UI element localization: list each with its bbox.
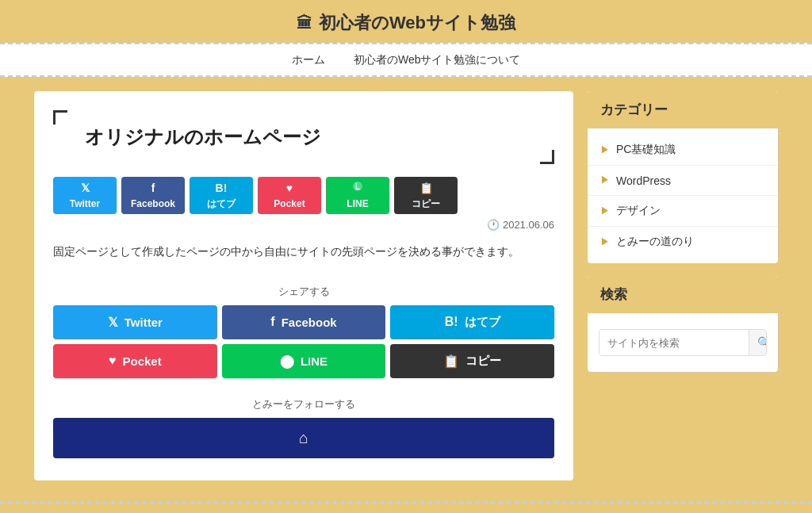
- clock-icon: 🕐: [487, 219, 500, 231]
- hateb-icon: B!: [216, 181, 228, 197]
- search-widget-body: 🔍: [588, 313, 778, 372]
- facebook-icon: f: [151, 181, 155, 197]
- category-widget: カテゴリー ▶ PC基礎知識 ▶ WordPress ▶ デザイン ▶ とみーの…: [588, 91, 778, 263]
- share-row-large-1: 𝕏 Twitter f Facebook B! はてブ: [53, 305, 554, 339]
- share-facebook-large[interactable]: f Facebook: [222, 305, 386, 339]
- bracket-top-left: [53, 110, 67, 124]
- pocket-icon: ♥: [286, 181, 293, 197]
- share-copy-large[interactable]: 📋 コピー: [390, 344, 554, 378]
- share-pocket-large[interactable]: ♥ Pocket: [53, 344, 217, 378]
- pocket-large-icon: ♥: [109, 354, 117, 368]
- line-large-icon: ⬤: [280, 354, 294, 369]
- share-line-large[interactable]: ⬤ LINE: [222, 344, 386, 378]
- nav-home[interactable]: ホーム: [292, 53, 325, 66]
- search-widget: 検索 🔍: [588, 276, 778, 372]
- search-widget-title: 検索: [588, 276, 778, 313]
- share-line-small[interactable]: L LINE: [326, 177, 389, 214]
- category-arrow-wordpress: ▶: [600, 174, 610, 187]
- site-footer: [0, 495, 812, 511]
- post-date: 🕐 2021.06.06: [53, 219, 554, 231]
- line-icon: L: [352, 181, 363, 197]
- category-arrow-tomis-path: ▶: [600, 235, 610, 249]
- share-pocket-small[interactable]: ♥ Pocket: [258, 177, 321, 214]
- bracket-bottom-right: [540, 150, 554, 164]
- article-body: 固定ページとして作成したページの中から自由にサイトの先頭ページを決める事ができま…: [53, 242, 554, 262]
- share-hateb-small[interactable]: B! はてブ: [190, 177, 253, 214]
- category-item-pc[interactable]: ▶ PC基礎知識: [588, 135, 778, 166]
- page-title: オリジナルのホームページ: [63, 117, 535, 158]
- copy-icon: 📋: [419, 181, 433, 197]
- category-arrow-design: ▶: [600, 205, 610, 218]
- category-widget-title: カテゴリー: [588, 91, 778, 128]
- site-nav: ホーム 初心者のWebサイト勉強について: [0, 43, 812, 77]
- share-facebook-small[interactable]: f Facebook: [121, 177, 185, 214]
- share-row-large-2: ♥ Pocket ⬤ LINE 📋 コピー: [53, 344, 554, 378]
- facebook-large-icon: f: [270, 315, 274, 329]
- nav-about[interactable]: 初心者のWebサイト勉強について: [354, 53, 521, 66]
- site-title-icon: 🏛: [297, 14, 312, 33]
- content-area: オリジナルのホームページ 𝕏 Twitter f Facebook B! はてブ…: [34, 91, 573, 480]
- share-twitter-large[interactable]: 𝕏 Twitter: [53, 305, 217, 339]
- hateb-large-icon: B!: [445, 315, 458, 329]
- share-copy-small[interactable]: 📋 コピー: [394, 177, 458, 214]
- home-icon: ⌂: [299, 429, 308, 447]
- share-hateb-large[interactable]: B! はてブ: [390, 305, 554, 339]
- copy-large-icon: 📋: [443, 354, 459, 369]
- sidebar: カテゴリー ▶ PC基礎知識 ▶ WordPress ▶ デザイン ▶ とみーの…: [588, 91, 778, 480]
- share-section-label: シェアする: [53, 285, 554, 299]
- search-submit-button[interactable]: 🔍: [749, 330, 767, 355]
- main-wrapper: オリジナルのホームページ 𝕏 Twitter f Facebook B! はてブ…: [0, 77, 812, 495]
- category-arrow-pc: ▶: [600, 144, 610, 157]
- share-twitter-small[interactable]: 𝕏 Twitter: [53, 177, 117, 214]
- share-section: シェアする 𝕏 Twitter f Facebook B! はてブ ♥: [53, 285, 554, 378]
- follow-label: とみーをフォローする: [53, 397, 554, 412]
- search-box: 🔍: [599, 329, 767, 356]
- search-icon: 🔍: [757, 336, 767, 349]
- follow-section: とみーをフォローする ⌂: [53, 397, 554, 458]
- site-title: 🏛 初心者のWebサイト勉強: [0, 11, 812, 35]
- footer-dashed-border: [0, 501, 812, 504]
- site-header: 🏛 初心者のWebサイト勉強: [0, 0, 812, 43]
- twitter-icon: 𝕏: [81, 181, 90, 197]
- search-input[interactable]: [599, 331, 749, 355]
- title-bracket-container: オリジナルのホームページ: [53, 110, 554, 164]
- category-list: ▶ PC基礎知識 ▶ WordPress ▶ デザイン ▶ とみーの道のり: [588, 128, 778, 263]
- category-item-wordpress[interactable]: ▶ WordPress: [588, 166, 778, 196]
- category-item-design[interactable]: ▶ デザイン: [588, 196, 778, 227]
- category-item-tomis-path[interactable]: ▶ とみーの道のり: [588, 227, 778, 257]
- follow-button[interactable]: ⌂: [53, 418, 554, 458]
- svg-text:L: L: [355, 182, 360, 191]
- twitter-large-icon: 𝕏: [108, 315, 118, 330]
- share-row-small: 𝕏 Twitter f Facebook B! はてブ ♥ Pocket L L…: [53, 177, 554, 214]
